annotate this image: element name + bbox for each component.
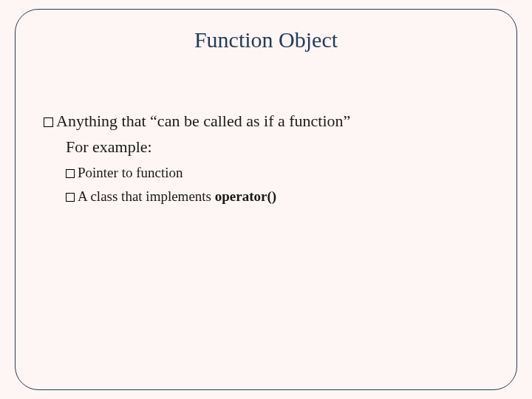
square-bullet-icon	[66, 169, 75, 178]
square-bullet-icon	[44, 117, 53, 127]
slide-title: Function Object	[44, 27, 488, 52]
bullet-text-quote: “can be called as if a function”	[150, 112, 350, 130]
sub-bullet-2-bold: operator()	[215, 188, 276, 204]
sub-bullet-1: Pointer to function	[66, 163, 488, 183]
example-label: For example:	[66, 136, 488, 159]
rounded-frame: Function Object Anything that “can be ca…	[15, 9, 517, 390]
bullet-main: Anything that “can be called as if a fun…	[44, 110, 488, 133]
slide: Function Object Anything that “can be ca…	[0, 0, 532, 399]
sub-bullet-1-text: Pointer to function	[78, 165, 183, 180]
square-bullet-icon	[66, 193, 75, 202]
sub-bullet-2-prefix: A class that implements	[78, 188, 215, 204]
body-area: Anything that “can be called as if a fun…	[44, 110, 488, 207]
bullet-text-prefix: Anything that	[56, 112, 150, 130]
sub-bullet-2: A class that implements operator()	[66, 187, 488, 207]
